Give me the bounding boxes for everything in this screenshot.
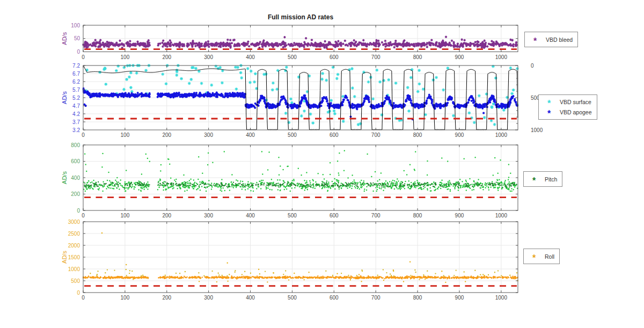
- y-tick-label: 1000: [68, 266, 80, 272]
- x-tick-label: 100: [121, 132, 130, 138]
- legend-label: VBD apogee: [557, 109, 592, 115]
- y-tick-label: 4.2: [72, 111, 80, 117]
- x-tick-label: 900: [455, 54, 464, 60]
- vbd-bleed-scatter: [82, 36, 518, 49]
- x-tick-label: 300: [204, 54, 213, 60]
- legend-item[interactable]: * VBD apogee: [541, 107, 592, 118]
- x-tick-label: 0: [82, 54, 85, 60]
- y-axis-label: AD/s: [61, 171, 68, 184]
- x-tick-label: 200: [162, 132, 171, 138]
- x-tick-label: 1000: [495, 295, 508, 301]
- legend-item[interactable]: * VBD surface: [541, 97, 592, 107]
- x-tick-label: 300: [204, 295, 213, 301]
- y-tick-label: 200: [71, 191, 80, 197]
- y-tick-label: 600: [71, 158, 80, 164]
- y-tick-label: 3000: [68, 219, 80, 225]
- x-tick-label: 800: [413, 213, 422, 218]
- legend-item[interactable]: * Roll: [526, 251, 554, 261]
- legend-vbd-surface-apogee[interactable]: * VBD surface * VBD apogee: [538, 94, 597, 120]
- legend-roll[interactable]: * Roll: [523, 249, 560, 264]
- y-tick-label: 0: [77, 208, 80, 214]
- x-tick-label: 200: [162, 213, 171, 218]
- x-tick-label: 700: [371, 295, 380, 301]
- legend-label: VBD surface: [557, 99, 591, 105]
- x-tick-label: 400: [246, 54, 255, 60]
- x-tick-label: 200: [162, 295, 171, 301]
- legend-vbd-bleed[interactable]: * VBD bleed: [524, 32, 578, 47]
- asterisk-marker-icon: *: [527, 36, 543, 43]
- legend-label: Pitch: [542, 176, 557, 183]
- plot-canvas: 01002003004005006007008009001000050100AD…: [0, 0, 644, 328]
- subplot-1: 01002003004005006007008009001000050100AD…: [61, 23, 518, 60]
- subplot-3: 0100200300400500600700800900100002004006…: [61, 142, 518, 219]
- x-tick-label: 900: [455, 213, 464, 218]
- y-tick-label: 100: [71, 23, 80, 28]
- y-tick-label: 500: [71, 278, 80, 284]
- x-tick-label: 600: [330, 132, 339, 138]
- y-tick-label: 7.2: [72, 63, 80, 69]
- y-tick-label: 6.2: [72, 79, 80, 85]
- legend-pitch[interactable]: * Pitch: [523, 171, 562, 187]
- x-tick-label: 0: [82, 213, 85, 218]
- right-axis-tick-label: 0: [531, 63, 534, 69]
- legend-item[interactable]: * VBD bleed: [527, 34, 573, 45]
- y-tick-label: 2000: [68, 243, 80, 249]
- y-tick-label: 1500: [68, 254, 80, 260]
- x-tick-label: 500: [288, 132, 297, 138]
- y-tick-label: 3.2: [72, 127, 80, 133]
- x-tick-label: 500: [288, 213, 297, 218]
- x-tick-label: 800: [413, 54, 422, 60]
- x-tick-label: 800: [413, 295, 422, 301]
- y-tick-label: 6.7: [72, 71, 80, 77]
- pitch-outliers-scatter: [85, 151, 510, 176]
- x-tick-label: 300: [204, 213, 213, 218]
- x-tick-label: 400: [246, 295, 255, 301]
- x-tick-label: 400: [246, 132, 255, 138]
- y-tick-label: 3.7: [72, 119, 80, 125]
- y-tick-label: 0: [77, 49, 80, 55]
- asterisk-marker-icon: *: [526, 253, 542, 260]
- y-axis-label: AD/s: [61, 251, 68, 264]
- legend-label: Roll: [542, 253, 554, 260]
- x-tick-label: 100: [121, 213, 130, 218]
- x-tick-label: 800: [413, 132, 422, 138]
- right-axis-tick-label: 1000: [531, 127, 543, 133]
- y-axis-label: AD/s: [61, 91, 68, 104]
- x-tick-label: 900: [455, 132, 464, 138]
- x-tick-label: 1000: [495, 54, 508, 60]
- y-tick-label: 4.7: [72, 103, 80, 109]
- y-tick-label: 5.2: [72, 95, 80, 101]
- x-tick-label: 500: [288, 54, 297, 60]
- x-tick-label: 600: [330, 54, 339, 60]
- asterisk-marker-icon: *: [541, 108, 557, 116]
- legend-label: VBD bleed: [543, 37, 573, 43]
- y-axis-label: AD/s: [61, 32, 68, 45]
- x-tick-label: 100: [121, 295, 130, 301]
- figure: Full mission AD rates 010020030040050060…: [0, 0, 644, 328]
- x-tick-label: 600: [330, 213, 339, 218]
- y-tick-label: 800: [71, 142, 80, 148]
- x-tick-label: 700: [371, 132, 380, 138]
- x-tick-label: 200: [162, 54, 171, 60]
- y-tick-label: 5.7: [72, 87, 80, 93]
- y-tick-label: 400: [71, 175, 80, 181]
- y-tick-label: 0: [77, 290, 80, 296]
- subplot-2: 010020030040050060070080090010003.23.74.…: [61, 63, 543, 139]
- x-tick-label: 900: [455, 295, 464, 301]
- x-tick-label: 600: [330, 295, 339, 301]
- roll-upper-scatter-scatter: [90, 269, 517, 276]
- x-tick-label: 0: [82, 132, 85, 138]
- roll-band-scatter: [83, 276, 518, 279]
- x-tick-label: 100: [121, 54, 130, 60]
- asterisk-marker-icon: *: [541, 98, 557, 106]
- x-tick-label: 700: [371, 54, 380, 60]
- y-tick-label: 2500: [68, 231, 80, 237]
- legend-item[interactable]: * Pitch: [526, 174, 557, 184]
- y-tick-label: 50: [74, 35, 80, 41]
- x-tick-label: 300: [204, 132, 213, 138]
- x-tick-label: 1000: [495, 213, 508, 218]
- x-tick-label: 0: [82, 295, 85, 301]
- subplot-4: 0100200300400500600700800900100005001000…: [61, 219, 518, 301]
- x-tick-label: 500: [288, 295, 297, 301]
- x-tick-label: 700: [371, 213, 380, 218]
